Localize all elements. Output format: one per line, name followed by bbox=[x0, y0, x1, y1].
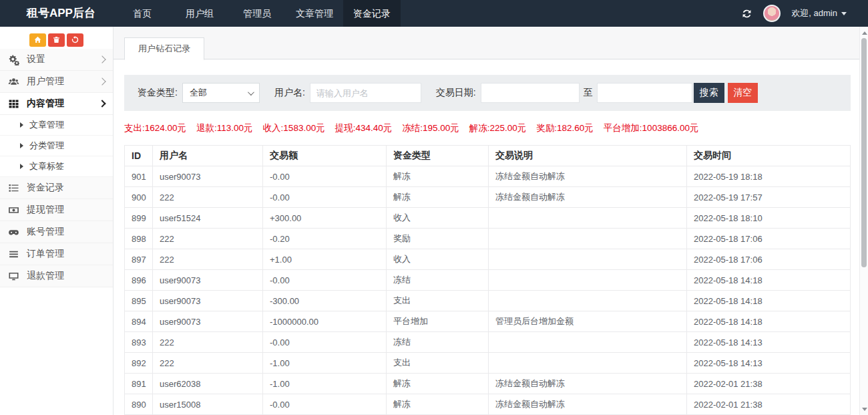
nav-item-fund-records[interactable]: 资金记录 bbox=[343, 0, 401, 27]
stat-item: 退款:113.00元 bbox=[196, 122, 253, 134]
vertical-scrollbar[interactable] bbox=[859, 27, 868, 415]
table-cell: 奖励 bbox=[387, 229, 489, 249]
table-cell: user51524 bbox=[153, 208, 263, 229]
triangle-right-icon bbox=[20, 122, 23, 128]
recycle-button[interactable] bbox=[67, 33, 83, 47]
sidebar-item-refund-management[interactable]: 退款管理 bbox=[0, 265, 113, 287]
refresh-icon[interactable] bbox=[741, 8, 752, 19]
table-cell: 222 bbox=[153, 187, 263, 208]
table-cell: 899 bbox=[125, 208, 153, 229]
table-cell bbox=[489, 353, 687, 374]
table-cell: 冻结 bbox=[387, 332, 489, 353]
table-cell: user90073 bbox=[153, 291, 263, 311]
table-cell: 冻结金额自动解冻 bbox=[489, 187, 687, 208]
table-row: 895user90073-300.00支出2022-05-18 14:18 bbox=[125, 291, 851, 311]
username-input[interactable] bbox=[310, 83, 421, 103]
scroll-down-arrow[interactable] bbox=[860, 404, 868, 414]
sidebar-item-user-management[interactable]: 用户管理 bbox=[0, 71, 113, 93]
search-button[interactable]: 搜索 bbox=[694, 83, 724, 103]
table-cell: 冻结金额自动解冻 bbox=[489, 166, 687, 187]
clear-button[interactable]: 清空 bbox=[728, 83, 758, 103]
date-from-input[interactable] bbox=[481, 83, 580, 103]
content-area: 资金类型: 全部 用户名: 交易日期: 至 搜索 清空 支出:1624.00元退… bbox=[114, 59, 859, 415]
scrollbar-thumb[interactable] bbox=[861, 38, 867, 267]
sidebar-item-content-management[interactable]: 内容管理 bbox=[0, 93, 113, 115]
navbar-right: 欢迎, admin bbox=[741, 0, 868, 27]
user-avatar[interactable] bbox=[763, 5, 781, 22]
chevron-right-icon bbox=[98, 100, 105, 107]
table-cell: 2022-05-19 17:57 bbox=[687, 187, 851, 208]
sidebar-subitem-article-tags[interactable]: 文章标签 bbox=[0, 156, 113, 177]
table-cell: user90073 bbox=[153, 311, 263, 332]
sidebar-item-label: 资金记录 bbox=[27, 182, 64, 194]
scroll-up-arrow[interactable] bbox=[860, 28, 868, 37]
sidebar-item-withdrawal-management[interactable]: 提现管理 bbox=[0, 199, 113, 221]
table-cell: user62038 bbox=[153, 374, 263, 394]
table-cell: 890 bbox=[125, 394, 153, 415]
table-cell: 2022-05-18 17:06 bbox=[687, 249, 851, 270]
nav-item-admin[interactable]: 管理员 bbox=[228, 0, 286, 27]
table-row: 891user62038-1.00解冻冻结金额自动解冻2022-02-01 21… bbox=[125, 374, 851, 394]
filter-bar: 资金类型: 全部 用户名: 交易日期: 至 搜索 清空 bbox=[124, 75, 851, 111]
tab-label: 用户钻石记录 bbox=[138, 43, 190, 55]
gears-icon bbox=[8, 54, 19, 65]
nav-item-home[interactable]: 首页 bbox=[114, 0, 171, 27]
sidebar-item-label: 用户管理 bbox=[27, 76, 64, 88]
fund-type-select[interactable]: 全部 bbox=[182, 83, 260, 103]
table-cell bbox=[489, 332, 687, 353]
list-icon bbox=[8, 182, 19, 194]
nav-item-article-management[interactable]: 文章管理 bbox=[286, 0, 343, 27]
sidebar-subitem-label: 分类管理 bbox=[29, 140, 64, 152]
user-dropdown[interactable]: 欢迎, admin bbox=[791, 7, 847, 19]
table-row: 900222-0.00解冻冻结金额自动解冻2022-05-19 17:57 bbox=[125, 187, 851, 208]
table-cell: 解冻 bbox=[387, 394, 489, 415]
sidebar-item-fund-records[interactable]: 资金记录 bbox=[0, 177, 113, 199]
table-cell: 冻结金额自动解冻 bbox=[489, 394, 687, 415]
username-label: 用户名: bbox=[274, 87, 305, 99]
table-cell: 2022-05-18 18:10 bbox=[687, 208, 851, 229]
tab-strip: 用户钻石记录 bbox=[114, 27, 859, 59]
table-cell: 896 bbox=[125, 270, 153, 291]
chevron-right-icon bbox=[98, 78, 105, 85]
trash-icon bbox=[52, 35, 61, 44]
table-cell: 解冻 bbox=[387, 166, 489, 187]
table-cell: 895 bbox=[125, 291, 153, 311]
sidebar-item-account-management[interactable]: 账号管理 bbox=[0, 221, 113, 243]
date-to-input[interactable] bbox=[597, 83, 692, 103]
welcome-text: 欢迎, admin bbox=[791, 7, 837, 19]
table-row: 896user90073-0.00冻结2022-05-18 14:18 bbox=[125, 270, 851, 291]
clear-cache-button[interactable] bbox=[48, 33, 65, 47]
table-cell: -1.00 bbox=[263, 353, 387, 374]
table-cell: 892 bbox=[125, 353, 153, 374]
table-cell: -1.00 bbox=[263, 374, 387, 394]
chevron-down-icon bbox=[248, 89, 254, 96]
app-window: 租号APP后台 首页用户组管理员文章管理资金记录 欢迎, admin 设置用户管… bbox=[0, 0, 868, 415]
home-icon bbox=[33, 35, 42, 44]
tab-user-diamond-records[interactable]: 用户钻石记录 bbox=[124, 37, 204, 60]
table-row: 897222+1.00收入2022-05-18 17:06 bbox=[125, 249, 851, 270]
table-cell: 解冻 bbox=[387, 187, 489, 208]
sidebar-item-order-management[interactable]: 订单管理 bbox=[0, 243, 113, 265]
table-cell: 2022-05-18 14:18 bbox=[687, 311, 851, 332]
recycle-icon bbox=[71, 35, 79, 44]
table-cell: 解冻 bbox=[387, 374, 489, 394]
table-row: 890user15008-0.00解冻冻结金额自动解冻2022-02-01 21… bbox=[125, 394, 851, 415]
table-cell: 222 bbox=[153, 249, 263, 270]
table-row: 894user90073-1000000.00平台增加管理员后台增加金额2022… bbox=[125, 311, 851, 332]
sidebar-item-settings[interactable]: 设置 bbox=[0, 49, 113, 71]
sidebar-subitem-article-management[interactable]: 文章管理 bbox=[0, 115, 113, 136]
fund-type-value: 全部 bbox=[190, 87, 207, 99]
table-cell bbox=[489, 229, 687, 249]
sidebar-item-label: 订单管理 bbox=[27, 248, 64, 260]
table-cell: -0.00 bbox=[263, 166, 387, 187]
stat-item: 支出:1624.00元 bbox=[124, 122, 186, 134]
sidebar-subitem-category-management[interactable]: 分类管理 bbox=[0, 136, 113, 156]
sidebar-item-label: 退款管理 bbox=[27, 270, 64, 282]
sidebar-item-label: 账号管理 bbox=[27, 226, 64, 238]
sidebar-toolbar bbox=[0, 27, 113, 49]
nav-item-user-group[interactable]: 用户组 bbox=[171, 0, 228, 27]
table-cell: 2022-02-01 21:38 bbox=[687, 374, 851, 394]
table-cell: 收入 bbox=[387, 249, 489, 270]
table-cell: 900 bbox=[125, 187, 153, 208]
home-button[interactable] bbox=[29, 33, 46, 47]
